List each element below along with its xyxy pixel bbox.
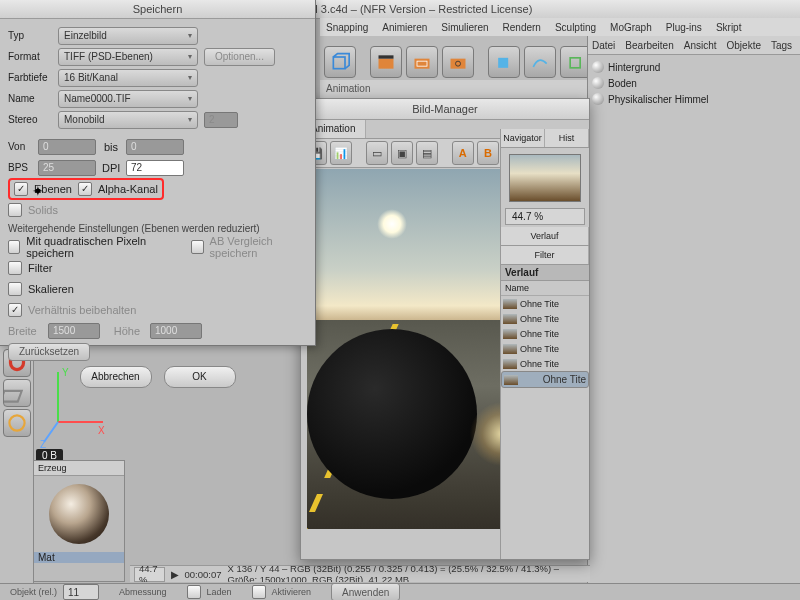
lbl-name: Name (8, 93, 52, 104)
footer-aktivieren: Aktivieren (272, 587, 312, 597)
checkbox-skalieren[interactable] (8, 282, 22, 296)
om-tags[interactable]: Tags (771, 40, 792, 51)
svg-rect-2 (379, 55, 394, 58)
checkbox-aktivieren[interactable] (252, 585, 266, 599)
tree-label: Hintergrund (608, 62, 660, 73)
tree-row-boden[interactable]: Boden (592, 75, 796, 91)
cube-tool-icon[interactable] (324, 46, 356, 78)
pv-tab-verlauf[interactable]: Verlauf (501, 227, 589, 245)
select-stereo[interactable]: Monobild▾ (58, 111, 198, 129)
soft-select-icon[interactable] (3, 409, 31, 437)
tree-row-sky[interactable]: Physikalischer Himmel (592, 91, 796, 107)
select-format[interactable]: TIFF (PSD-Ebenen)▾ (58, 48, 198, 66)
pv-compare-a-icon[interactable]: A (452, 141, 474, 165)
checkbox-laden[interactable] (187, 585, 201, 599)
render-preview[interactable] (307, 169, 509, 529)
status-coords: X 136 / Y 44 – RGB (32Bit) (0.255 / 0.32… (228, 565, 586, 582)
render-settings-icon[interactable] (442, 46, 474, 78)
checkbox-quad[interactable] (8, 240, 20, 254)
spline-pen-icon[interactable] (524, 46, 556, 78)
lbl-verh: Verhältnis beibehalten (28, 304, 136, 316)
material-preview-icon[interactable] (49, 484, 109, 544)
highlight-ebenen-alpha: ✓Ebenen ✓Alpha-Kanal (8, 178, 164, 200)
input-bps[interactable]: 25 (38, 160, 96, 176)
menu-sculpting[interactable]: Sculpting (555, 22, 596, 33)
input-hoehe: 1000 (150, 323, 202, 339)
lbl-von: Von (8, 141, 32, 152)
object-icon (592, 93, 604, 105)
input-bis[interactable]: 0 (126, 139, 184, 155)
checkbox-verh: ✓ (8, 303, 22, 317)
checkbox-filter[interactable] (8, 261, 22, 275)
checkbox-solids (8, 203, 22, 217)
menu-plugins[interactable]: Plug-ins (666, 22, 702, 33)
material-header: Erzeug (34, 461, 124, 476)
pv-tab-hist[interactable]: Hist (545, 129, 589, 147)
reset-button[interactable]: Zurücksetzen (8, 343, 90, 361)
main-menubar: Snapping Animieren Simulieren Rendern Sc… (320, 18, 800, 37)
list-item[interactable]: Ohne Tite (501, 371, 589, 388)
om-ansicht[interactable]: Ansicht (684, 40, 717, 51)
list-item[interactable]: Ohne Tite (501, 311, 589, 326)
svg-text:X: X (98, 425, 105, 436)
viewport-sub-toolbar: Animation (320, 80, 600, 99)
list-item[interactable]: Ohne Tite (501, 341, 589, 356)
select-typ[interactable]: Einzelbild▾ (58, 27, 198, 45)
sub-tab-animation[interactable]: Animation (326, 83, 370, 94)
menu-simulieren[interactable]: Simulieren (441, 22, 488, 33)
checkbox-alpha[interactable]: ✓ (78, 182, 92, 196)
thumb-icon (503, 299, 517, 309)
lbl-typ: Typ (8, 30, 52, 41)
om-objekte[interactable]: Objekte (727, 40, 761, 51)
checkbox-ebenen[interactable]: ✓ (14, 182, 28, 196)
input-dpi[interactable]: 72 (126, 160, 184, 176)
material-label[interactable]: Mat (34, 552, 124, 563)
om-bearbeiten[interactable]: Bearbeiten (625, 40, 673, 51)
menu-mograph[interactable]: MoGraph (610, 22, 652, 33)
svg-rect-0 (333, 57, 345, 69)
chevron-down-icon: ▾ (188, 73, 192, 82)
render-region-icon[interactable] (406, 46, 438, 78)
list-item[interactable]: Ohne Tite (501, 296, 589, 311)
footer-objekt-value[interactable]: 11 (63, 584, 99, 600)
stereo-count: 2 (204, 112, 238, 128)
tree-label: Physikalischer Himmel (608, 94, 709, 105)
chevron-down-icon: ▾ (188, 94, 192, 103)
pv-compare-b-icon[interactable]: B (477, 141, 499, 165)
list-item[interactable]: Ohne Tite (501, 356, 589, 371)
options-button[interactable]: Optionen... (204, 48, 275, 66)
pv-tab-navigator[interactable]: Navigator (501, 129, 545, 147)
anwenden-button[interactable]: Anwenden (331, 583, 400, 600)
svg-rect-8 (570, 58, 580, 68)
navigator-thumb[interactable] (509, 154, 581, 202)
lbl-stereo: Stereo (8, 114, 52, 125)
tree-row-hintergrund[interactable]: Hintergrund (592, 59, 796, 75)
om-datei[interactable]: Datei (592, 40, 615, 51)
pv-zoom[interactable]: 44.7 % (505, 208, 585, 225)
svg-rect-1 (379, 59, 394, 69)
play-icon[interactable]: ▶ (171, 569, 179, 580)
render-clapper-icon[interactable] (370, 46, 402, 78)
input-von[interactable]: 0 (38, 139, 96, 155)
status-zoom[interactable]: 44.7 % (134, 567, 165, 582)
menu-rendern[interactable]: Rendern (503, 22, 541, 33)
ok-button[interactable]: OK (164, 366, 236, 388)
select-name[interactable]: Name0000.TIF▾ (58, 90, 198, 108)
select-farbtiefe[interactable]: 16 Bit/Kanal▾ (58, 69, 198, 87)
pv-fullsize-icon[interactable]: ▭ (366, 141, 388, 165)
menu-snapping[interactable]: Snapping (326, 22, 368, 33)
menu-skript[interactable]: Skript (716, 22, 742, 33)
cancel-button[interactable]: Abbrechen (80, 366, 152, 388)
pv-histogram-icon[interactable]: 📊 (330, 141, 352, 165)
pv-sidebar: NavigatorHist 44.7 % Verlauf Filter Verl… (500, 129, 589, 559)
lbl-quad: Mit quadratischen Pixeln speichern (26, 235, 172, 259)
menu-animieren[interactable]: Animieren (382, 22, 427, 33)
pv-fit-icon[interactable]: ▣ (391, 141, 413, 165)
lbl-format: Format (8, 51, 52, 62)
primitive-cube-icon[interactable] (488, 46, 520, 78)
thumb-icon (503, 344, 517, 354)
pv-tab-filter[interactable]: Filter (501, 246, 589, 264)
list-item[interactable]: Ohne Tite (501, 326, 589, 341)
lbl-filter: Filter (28, 262, 52, 274)
pv-channel-icon[interactable]: ▤ (416, 141, 438, 165)
